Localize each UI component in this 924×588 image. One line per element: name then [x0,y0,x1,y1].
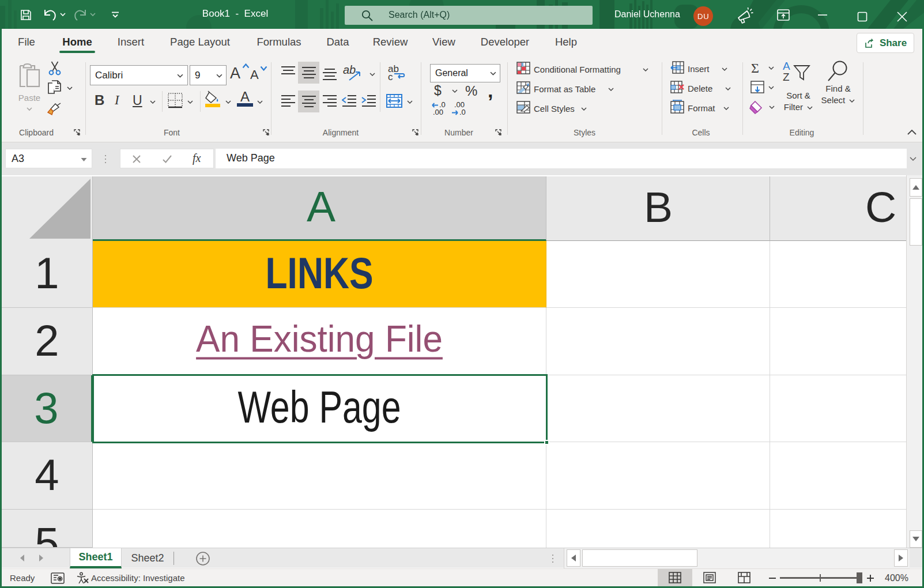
scroll-up-button[interactable] [910,178,922,197]
alignment-dialog-launcher-icon[interactable] [412,129,419,136]
cell-A2[interactable]: An Existing File [93,308,546,375]
percent-style-icon[interactable]: % [465,83,477,99]
orientation-chevron-icon[interactable] [369,73,375,77]
cell-B2[interactable] [546,308,770,375]
view-page-break-button[interactable] [727,569,761,586]
new-sheet-icon[interactable] [195,551,210,566]
scroll-down-button[interactable] [910,530,922,548]
cell-C2[interactable] [770,308,908,375]
share-button[interactable]: Share [857,33,914,53]
cell-styles-label[interactable]: Cell Styles [534,104,575,114]
enter-icon[interactable] [162,154,172,164]
format-cells-chevron-icon[interactable] [723,107,729,111]
column-header-b[interactable]: B [546,176,770,241]
accounting-chevron-icon[interactable] [452,89,458,93]
font-dialog-launcher-icon[interactable] [262,129,270,136]
grow-font-icon[interactable]: A [230,65,240,82]
formula-bar-expand-icon[interactable] [910,157,917,161]
fill-down-icon[interactable] [750,81,764,93]
minimize-icon[interactable] [817,9,828,21]
insert-cells-label[interactable]: Insert [688,64,710,74]
fill-down-chevron-icon[interactable] [768,86,774,90]
megaphone-icon[interactable] [736,7,755,24]
autosum-chevron-icon[interactable] [768,66,774,70]
qat-customize-icon[interactable] [111,12,120,18]
zoom-out-icon[interactable] [768,574,776,582]
clear-chevron-icon[interactable] [769,105,775,110]
cell-A2-text[interactable]: An Existing File [196,318,443,360]
underline-chevron-icon[interactable] [150,100,156,104]
row-header-4[interactable]: 4 [2,442,93,510]
row-header-2[interactable]: 2 [2,308,93,375]
scroll-left-button[interactable] [567,549,580,567]
find-select-button[interactable]: Find & Select [819,60,857,115]
view-normal-button[interactable] [658,569,692,586]
align-right-icon[interactable] [322,95,337,107]
italic-button[interactable]: I [115,93,119,108]
font-color-icon[interactable]: A [236,90,254,107]
fill-color-chevron-icon[interactable] [225,100,231,104]
font-color-chevron-icon[interactable] [257,100,263,104]
cell-C4[interactable] [770,442,908,510]
column-header-a[interactable]: A [93,176,546,241]
row-header-5[interactable]: 5 [2,510,93,548]
name-box-chevron-icon[interactable] [81,157,87,162]
underline-button[interactable]: U [133,93,142,108]
tab-developer[interactable]: Developer [481,29,529,55]
format-as-table-icon[interactable] [516,81,530,94]
scroll-right-button[interactable] [894,549,908,567]
save-icon[interactable] [19,8,33,22]
name-box[interactable]: A3 [5,149,92,168]
undo-icon[interactable] [42,7,59,23]
decrease-indent-icon[interactable] [342,95,357,107]
fill-handle[interactable] [544,440,549,445]
autosum-icon[interactable]: Σ [751,61,759,76]
bottom-align-icon[interactable] [322,68,337,81]
formula-input[interactable]: Web Page [216,149,907,168]
maximize-icon[interactable] [857,11,868,22]
number-dialog-launcher-icon[interactable] [495,129,502,136]
accounting-format-icon[interactable]: $ [434,83,442,99]
zoom-slider-thumb[interactable] [857,572,862,583]
increase-decimal-icon[interactable]: .0.00 [432,101,449,116]
horizontal-scroll-thumb[interactable] [582,549,697,567]
select-all-corner[interactable] [2,176,93,241]
tab-review[interactable]: Review [373,29,408,55]
cell-C5[interactable] [770,510,908,548]
status-accessibility[interactable]: Accessibility: Investigate [91,573,185,583]
tab-file[interactable]: File [18,29,35,55]
delete-cells-chevron-icon[interactable] [725,87,731,91]
clear-icon[interactable] [749,100,765,114]
conditional-formatting-chevron-icon[interactable] [643,68,648,72]
delete-cells-label[interactable]: Delete [688,84,712,93]
merge-center-icon[interactable] [386,94,402,108]
merge-center-chevron-icon[interactable] [407,100,413,104]
sheet-nav-right-icon[interactable] [38,554,44,562]
undo-chevron-icon[interactable] [60,13,66,17]
format-painter-icon[interactable] [47,103,62,118]
row-header-1[interactable]: 1 [2,240,93,308]
cell-B1[interactable] [546,241,770,308]
insert-cells-icon[interactable] [670,61,684,74]
wrap-text-icon[interactable]: ab c [388,63,408,83]
cell-A1[interactable]: LINKS [93,241,546,308]
font-size-combo[interactable]: 9 [190,65,227,85]
format-cells-label[interactable]: Format [688,103,715,113]
tabbar-grip[interactable] [552,553,554,564]
zoom-in-icon[interactable] [866,574,874,582]
avatar[interactable]: DU [693,6,713,26]
font-name-combo[interactable]: Calibri [90,65,188,85]
sheet-nav-left-icon[interactable] [19,554,25,562]
cell-C3[interactable] [770,375,908,442]
cell-B3[interactable] [546,375,770,442]
vertical-scrollbar[interactable] [906,175,922,548]
row-header-3[interactable]: 3 [2,375,93,442]
fill-color-icon[interactable] [204,91,221,108]
tab-page-layout[interactable]: Page Layout [170,29,230,55]
increase-indent-icon[interactable] [361,95,376,107]
top-align-icon[interactable] [281,66,296,78]
clipboard-dialog-launcher-icon[interactable] [73,129,81,136]
cell-B4[interactable] [546,442,770,510]
cell-B5[interactable] [546,510,770,548]
name-box-grip[interactable] [104,154,107,164]
